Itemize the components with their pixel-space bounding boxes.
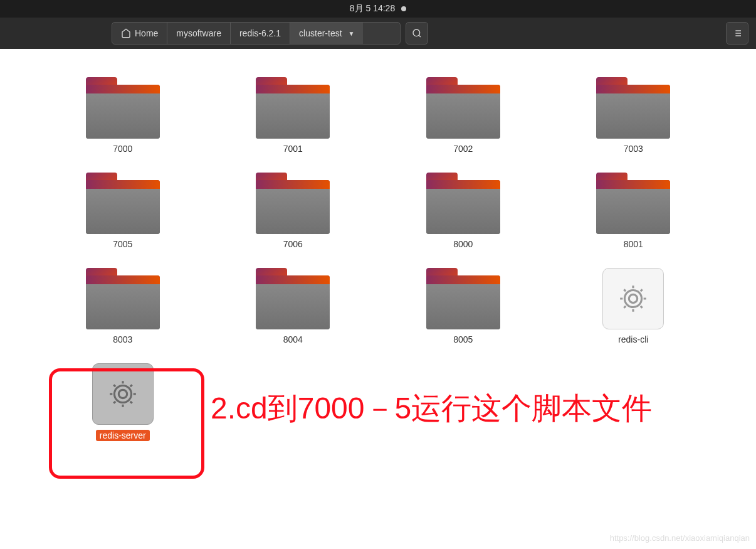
file-label: 7000 <box>113 144 132 154</box>
system-top-bar: 8月 5 14:28 <box>0 0 756 18</box>
breadcrumb-item-mysoftware[interactable]: mysoftware <box>167 23 231 44</box>
file-item-7002[interactable]: 7002 <box>423 74 503 157</box>
file-label: 8000 <box>453 239 473 249</box>
folder-icon <box>256 173 330 234</box>
search-button[interactable] <box>406 22 428 45</box>
file-label: 7005 <box>113 239 132 249</box>
file-item-7001[interactable]: 7001 <box>253 74 333 157</box>
folder-icon <box>86 77 160 139</box>
annotation-highlight-box <box>49 368 204 479</box>
breadcrumb-home[interactable]: Home <box>112 23 167 44</box>
file-item-7006[interactable]: 7006 <box>253 169 333 252</box>
svg-point-8 <box>629 294 638 302</box>
file-item-8001[interactable]: 8001 <box>593 169 673 252</box>
file-label: 7003 <box>624 144 643 154</box>
file-label: 8005 <box>453 334 473 344</box>
folder-icon <box>426 173 500 234</box>
view-options-button[interactable] <box>726 22 748 45</box>
folder-icon <box>426 268 500 329</box>
breadcrumb-item-redis[interactable]: redis-6.2.1 <box>231 23 290 44</box>
file-item-8003[interactable]: 8003 <box>83 265 163 348</box>
search-icon <box>412 28 422 38</box>
folder-icon <box>256 77 330 139</box>
file-item-7005[interactable]: 7005 <box>83 169 163 252</box>
file-item-8005[interactable]: 8005 <box>423 265 503 348</box>
file-item-8004[interactable]: 8004 <box>253 265 333 348</box>
list-icon <box>732 28 742 38</box>
file-label: 8004 <box>283 334 303 344</box>
file-label: 7006 <box>283 239 303 249</box>
file-label: 8003 <box>113 334 132 344</box>
svg-point-0 <box>413 29 420 36</box>
datetime-label: 8月 5 14:28 <box>350 3 395 14</box>
file-item-8000[interactable]: 8000 <box>423 169 503 252</box>
file-label: 7001 <box>283 144 303 154</box>
file-item-7003[interactable]: 7003 <box>593 74 673 157</box>
notification-dot-icon <box>401 6 406 11</box>
folder-icon <box>256 268 330 329</box>
breadcrumb-home-label: Home <box>135 28 158 38</box>
folder-icon <box>596 173 670 234</box>
breadcrumb: Home mysoftware redis-6.2.1 cluster-test… <box>112 22 401 45</box>
folder-icon <box>86 268 160 329</box>
watermark-text: https://blog.csdn.net/xiaoxiamiqianqian <box>610 533 750 543</box>
file-label: 8001 <box>624 239 643 249</box>
file-label: redis-cli <box>618 334 648 344</box>
breadcrumb-item-cluster-test[interactable]: cluster-test ▼ <box>290 23 363 44</box>
chevron-down-icon: ▼ <box>349 30 355 37</box>
file-label: 7002 <box>453 144 473 154</box>
executable-icon <box>602 268 664 329</box>
svg-point-9 <box>625 290 642 307</box>
folder-icon <box>426 77 500 139</box>
folder-icon <box>86 173 160 234</box>
folder-icon <box>596 77 670 139</box>
svg-line-1 <box>419 35 421 37</box>
file-item-7000[interactable]: 7000 <box>83 74 163 157</box>
file-manager-toolbar: Home mysoftware redis-6.2.1 cluster-test… <box>0 18 756 49</box>
file-item-redis-cli[interactable]: redis-cli <box>599 265 667 348</box>
annotation-text: 2.cd到7000－5运行这个脚本文件 <box>211 389 731 428</box>
home-icon <box>121 28 131 38</box>
